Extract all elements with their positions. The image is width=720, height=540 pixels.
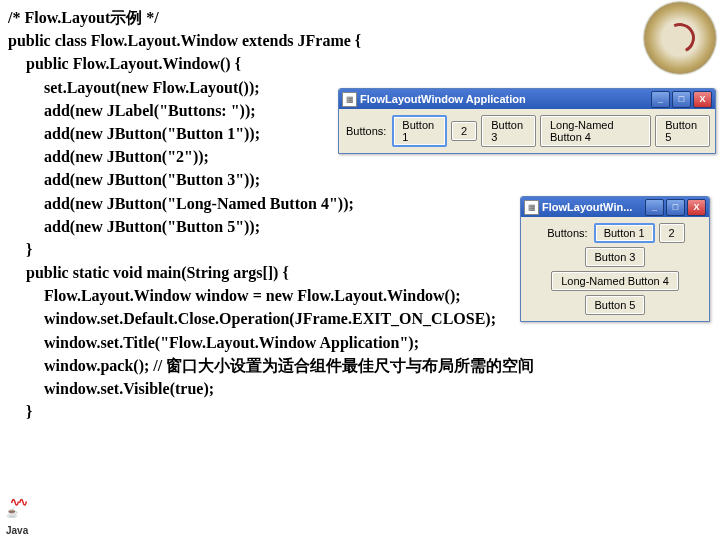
app-icon: ▦ (524, 200, 539, 215)
titlebar[interactable]: ▦ FlowLayoutWindow Application _ □ X (339, 89, 715, 109)
close-button[interactable]: X (687, 199, 706, 216)
button-1[interactable]: Button 1 (392, 115, 447, 147)
maximize-button[interactable]: □ (672, 91, 691, 108)
window-title: FlowLayoutWin... (542, 201, 645, 213)
maximize-button[interactable]: □ (666, 199, 685, 216)
button-4[interactable]: Long-Named Button 4 (540, 115, 651, 147)
button-2[interactable]: 2 (659, 223, 685, 243)
button-1[interactable]: Button 1 (594, 223, 655, 243)
buttons-label: Buttons: (344, 125, 388, 137)
window-title: FlowLayoutWindow Application (360, 93, 651, 105)
window-body: Buttons: Button 1 2 Button 3 Long-Named … (339, 109, 715, 153)
java-logo: ∿∿☕ Java (6, 507, 28, 536)
narrow-window: ▦ FlowLayoutWin... _ □ X Buttons: Button… (520, 196, 710, 322)
button-3[interactable]: Button 3 (585, 247, 646, 267)
titlebar[interactable]: ▦ FlowLayoutWin... _ □ X (521, 197, 709, 217)
code-line: } (8, 400, 712, 423)
java-label: Java (6, 525, 28, 536)
close-button[interactable]: X (693, 91, 712, 108)
code-line: public Flow.Layout.Window() { (8, 52, 712, 75)
button-2[interactable]: 2 (451, 121, 477, 141)
window-controls: _ □ X (645, 199, 706, 216)
code-line: add(new JButton("Button 3")); (8, 168, 712, 191)
button-3[interactable]: Button 3 (481, 115, 536, 147)
button-5[interactable]: Button 5 (585, 295, 646, 315)
code-line: window.pack(); // 窗口大小设置为适合组件最佳尺寸与布局所需的空… (8, 354, 712, 377)
code-line: public class Flow.Layout.Window extends … (8, 29, 712, 52)
wide-window: ▦ FlowLayoutWindow Application _ □ X But… (338, 88, 716, 154)
code-line: /* Flow.Layout示例 */ (8, 6, 712, 29)
window-body: Buttons: Button 1 2 Button 3 Long-Named … (521, 217, 709, 321)
buttons-label: Buttons: (545, 227, 589, 239)
button-4[interactable]: Long-Named Button 4 (551, 271, 679, 291)
minimize-button[interactable]: _ (651, 91, 670, 108)
window-controls: _ □ X (651, 91, 712, 108)
code-line: window.set.Title("Flow.Layout.Window App… (8, 331, 712, 354)
app-icon: ▦ (342, 92, 357, 107)
button-5[interactable]: Button 5 (655, 115, 710, 147)
code-line: window.set.Visible(true); (8, 377, 712, 400)
minimize-button[interactable]: _ (645, 199, 664, 216)
university-seal-logo (644, 2, 716, 74)
